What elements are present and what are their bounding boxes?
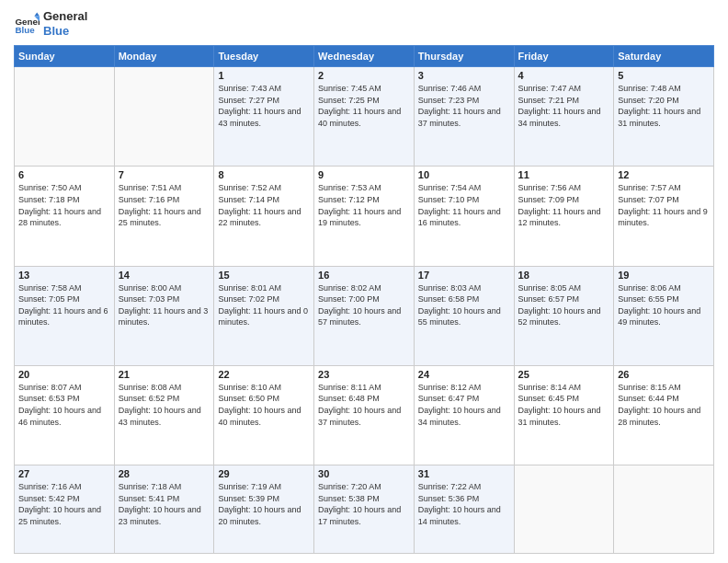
calendar-cell: 15Sunrise: 8:01 AMSunset: 7:02 PMDayligh… [214,266,314,365]
sunset-text: Sunset: 7:03 PM [119,293,210,305]
daylight-text: Daylight: 10 hours and 34 minutes. [418,405,510,428]
sunrise-text: Sunrise: 7:51 AM [119,182,210,194]
day-number: 10 [418,169,510,180]
day-number: 7 [119,169,210,180]
daylight-text: Daylight: 11 hours and 9 minutes. [618,206,710,229]
daylight-text: Daylight: 11 hours and 16 minutes. [418,206,510,229]
calendar-cell: 12Sunrise: 7:57 AMSunset: 7:07 PMDayligh… [614,167,714,266]
sunset-text: Sunset: 5:39 PM [218,493,310,505]
sunrise-text: Sunrise: 7:18 AM [119,481,210,493]
sunrise-text: Sunrise: 7:48 AM [618,83,710,95]
sunset-text: Sunset: 6:58 PM [418,293,510,305]
sunset-text: Sunset: 5:38 PM [318,493,410,505]
sunset-text: Sunset: 7:20 PM [618,95,710,107]
sunset-text: Sunset: 6:45 PM [518,393,610,405]
day-number: 6 [18,169,110,180]
day-number: 12 [618,169,710,180]
day-info: Sunrise: 8:03 AMSunset: 6:58 PMDaylight:… [418,282,510,328]
calendar-cell: 10Sunrise: 7:54 AMSunset: 7:10 PMDayligh… [414,167,514,266]
daylight-text: Daylight: 10 hours and 40 minutes. [218,405,310,428]
day-info: Sunrise: 8:00 AMSunset: 7:03 PMDaylight:… [119,282,210,328]
daylight-text: Daylight: 10 hours and 46 minutes. [18,405,110,428]
calendar-cell [514,465,614,554]
calendar-cell: 18Sunrise: 8:05 AMSunset: 6:57 PMDayligh… [514,266,614,365]
day-info: Sunrise: 7:58 AMSunset: 7:05 PMDaylight:… [18,282,110,328]
day-number: 8 [218,169,310,180]
calendar-cell: 31Sunrise: 7:22 AMSunset: 5:36 PMDayligh… [414,465,514,554]
calendar-cell: 24Sunrise: 8:12 AMSunset: 6:47 PMDayligh… [414,365,514,465]
sunrise-text: Sunrise: 8:01 AM [218,282,310,294]
sunrise-text: Sunrise: 7:19 AM [218,481,310,493]
day-info: Sunrise: 7:57 AMSunset: 7:07 PMDaylight:… [618,182,710,228]
calendar-cell: 29Sunrise: 7:19 AMSunset: 5:39 PMDayligh… [214,465,314,554]
day-info: Sunrise: 8:08 AMSunset: 6:52 PMDaylight:… [119,382,210,428]
sunrise-text: Sunrise: 8:11 AM [318,382,410,394]
sunrise-text: Sunrise: 8:05 AM [518,282,610,294]
day-info: Sunrise: 7:45 AMSunset: 7:25 PMDaylight:… [318,83,410,129]
logo-blue: Blue [43,24,87,39]
daylight-text: Daylight: 10 hours and 25 minutes. [18,504,110,527]
day-number: 14 [119,270,210,281]
day-number: 17 [418,270,510,281]
sunset-text: Sunset: 7:18 PM [18,194,110,206]
day-number: 23 [318,369,410,380]
sunrise-text: Sunrise: 7:20 AM [318,481,410,493]
day-info: Sunrise: 7:19 AMSunset: 5:39 PMDaylight:… [218,481,310,527]
daylight-text: Daylight: 10 hours and 57 minutes. [318,305,410,328]
calendar-cell: 25Sunrise: 8:14 AMSunset: 6:45 PMDayligh… [514,365,614,465]
day-info: Sunrise: 7:43 AMSunset: 7:27 PMDaylight:… [218,83,310,129]
sunset-text: Sunset: 6:48 PM [318,393,410,405]
day-info: Sunrise: 7:52 AMSunset: 7:14 PMDaylight:… [218,182,310,228]
sunset-text: Sunset: 7:21 PM [518,95,610,107]
sunrise-text: Sunrise: 7:16 AM [18,481,110,493]
day-number: 16 [318,270,410,281]
day-info: Sunrise: 8:12 AMSunset: 6:47 PMDaylight:… [418,382,510,428]
calendar-cell: 23Sunrise: 8:11 AMSunset: 6:48 PMDayligh… [314,365,415,465]
day-number: 25 [518,369,610,380]
day-info: Sunrise: 7:20 AMSunset: 5:38 PMDaylight:… [318,481,410,527]
daylight-text: Daylight: 11 hours and 0 minutes. [218,305,310,328]
daylight-text: Daylight: 11 hours and 40 minutes. [318,106,410,129]
day-info: Sunrise: 7:56 AMSunset: 7:09 PMDaylight:… [518,182,610,228]
sunset-text: Sunset: 6:52 PM [119,393,210,405]
calendar-cell: 9Sunrise: 7:53 AMSunset: 7:12 PMDaylight… [314,167,415,266]
daylight-text: Daylight: 10 hours and 37 minutes. [318,405,410,428]
sunrise-text: Sunrise: 7:52 AM [218,182,310,194]
day-number: 20 [18,369,110,380]
sunset-text: Sunset: 6:57 PM [518,293,610,305]
sunrise-text: Sunrise: 8:07 AM [18,382,110,394]
sunset-text: Sunset: 7:02 PM [218,293,310,305]
calendar-cell: 8Sunrise: 7:52 AMSunset: 7:14 PMDaylight… [214,167,314,266]
sunrise-text: Sunrise: 8:00 AM [119,282,210,294]
calendar-cell: 30Sunrise: 7:20 AMSunset: 5:38 PMDayligh… [314,465,415,554]
calendar-cell: 11Sunrise: 7:56 AMSunset: 7:09 PMDayligh… [514,167,614,266]
daylight-text: Daylight: 11 hours and 25 minutes. [119,206,210,229]
daylight-text: Daylight: 10 hours and 52 minutes. [518,305,610,328]
day-info: Sunrise: 7:46 AMSunset: 7:23 PMDaylight:… [418,83,510,129]
svg-text:Blue: Blue [15,24,35,34]
day-info: Sunrise: 8:10 AMSunset: 6:50 PMDaylight:… [218,382,310,428]
day-info: Sunrise: 7:48 AMSunset: 7:20 PMDaylight:… [618,83,710,129]
day-number: 3 [418,70,510,81]
sunrise-text: Sunrise: 7:46 AM [418,83,510,95]
daylight-text: Daylight: 11 hours and 6 minutes. [18,305,110,328]
daylight-text: Daylight: 10 hours and 55 minutes. [418,305,510,328]
calendar-cell: 27Sunrise: 7:16 AMSunset: 5:42 PMDayligh… [15,465,115,554]
weekday-header: Thursday [414,46,514,67]
day-number: 2 [318,70,410,81]
daylight-text: Daylight: 11 hours and 43 minutes. [218,106,310,129]
day-info: Sunrise: 8:14 AMSunset: 6:45 PMDaylight:… [518,382,610,428]
day-number: 15 [218,270,310,281]
sunrise-text: Sunrise: 7:22 AM [418,481,510,493]
day-info: Sunrise: 7:47 AMSunset: 7:21 PMDaylight:… [518,83,610,129]
day-info: Sunrise: 7:18 AMSunset: 5:41 PMDaylight:… [119,481,210,527]
daylight-text: Daylight: 11 hours and 34 minutes. [518,106,610,129]
logo: General Blue General Blue [14,9,87,38]
svg-marker-2 [34,12,40,16]
daylight-text: Daylight: 10 hours and 17 minutes. [318,504,410,527]
daylight-text: Daylight: 10 hours and 49 minutes. [618,305,710,328]
sunset-text: Sunset: 7:12 PM [318,194,410,206]
day-number: 31 [418,468,510,479]
sunset-text: Sunset: 7:07 PM [618,194,710,206]
weekday-header: Wednesday [314,46,415,67]
